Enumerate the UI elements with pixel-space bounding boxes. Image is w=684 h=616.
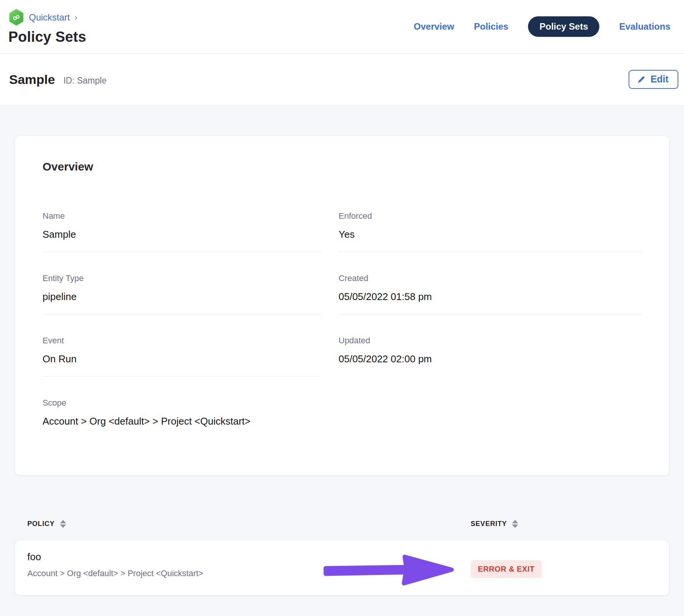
tab-overview[interactable]: Overview [414, 21, 454, 32]
overview-card: Overview Name Sample Entity Type pipelin… [15, 136, 669, 475]
column-header-policy[interactable]: POLICY [27, 520, 471, 528]
breadcrumb-link-quickstart[interactable]: Quickstart [29, 12, 70, 23]
field-value: Account > Org <default> > Project <Quick… [43, 415, 321, 427]
field-label: Scope [43, 398, 321, 408]
tab-policies[interactable]: Policies [474, 21, 509, 32]
column-header-severity[interactable]: SEVERITY [471, 520, 657, 528]
field-scope: Scope Account > Org <default> > Project … [43, 377, 321, 439]
field-value: 05/05/2022 02:00 pm [339, 353, 641, 365]
field-label: Created [339, 273, 641, 283]
breadcrumb: ∞ Quickstart › [8, 9, 86, 26]
policy-set-id: ID: Sample [63, 76, 107, 86]
pipeline-hexagon-icon: ∞ [8, 9, 24, 26]
edit-button[interactable]: Edit [629, 70, 678, 89]
field-label: Enforced [339, 211, 641, 221]
module-nav: Overview Policies Policy Sets Evaluation… [414, 16, 670, 37]
field-label: Event [43, 336, 321, 346]
overview-card-title: Overview [43, 160, 641, 173]
sort-icon[interactable] [512, 520, 518, 528]
field-value: pipeline [43, 291, 321, 303]
infinity-glyph: ∞ [11, 11, 22, 24]
field-updated: Updated 05/05/2022 02:00 pm [339, 314, 641, 376]
policy-name: foo [27, 551, 471, 563]
top-header: ∞ Quickstart › Policy Sets Overview Poli… [0, 0, 684, 54]
policies-table: POLICY SEVERITY foo Account > Org <defau… [15, 520, 669, 595]
field-value: 05/05/2022 01:58 pm [339, 291, 641, 303]
field-label: Name [43, 211, 321, 221]
field-created: Created 05/05/2022 01:58 pm [339, 252, 641, 314]
chevron-right-icon: › [74, 12, 77, 23]
field-name: Name Sample [43, 211, 321, 252]
field-label: Updated [339, 336, 641, 346]
policy-set-name: Sample [9, 72, 55, 87]
page-title: Policy Sets [8, 29, 86, 45]
column-label: SEVERITY [471, 520, 507, 528]
sort-icon[interactable] [60, 520, 66, 528]
policy-scope: Account > Org <default> > Project <Quick… [27, 569, 471, 578]
table-header: POLICY SEVERITY [15, 520, 669, 528]
tab-policy-sets[interactable]: Policy Sets [528, 16, 599, 37]
column-label: POLICY [27, 520, 55, 528]
field-value: On Run [43, 353, 321, 365]
table-row-foo[interactable]: foo Account > Org <default> > Project <Q… [15, 541, 669, 595]
pencil-icon [637, 75, 646, 84]
field-enforced: Enforced Yes [339, 211, 641, 252]
field-value: Sample [43, 229, 321, 240]
entity-subheader: Sample ID: Sample Edit [0, 54, 684, 106]
field-label: Entity Type [43, 273, 321, 283]
field-value: Yes [339, 229, 641, 240]
tab-evaluations[interactable]: Evaluations [619, 21, 670, 32]
field-entity-type: Entity Type pipeline [43, 252, 321, 314]
severity-badge: ERROR & EXIT [471, 560, 542, 578]
edit-button-label: Edit [651, 74, 668, 85]
field-event: Event On Run [43, 314, 321, 377]
